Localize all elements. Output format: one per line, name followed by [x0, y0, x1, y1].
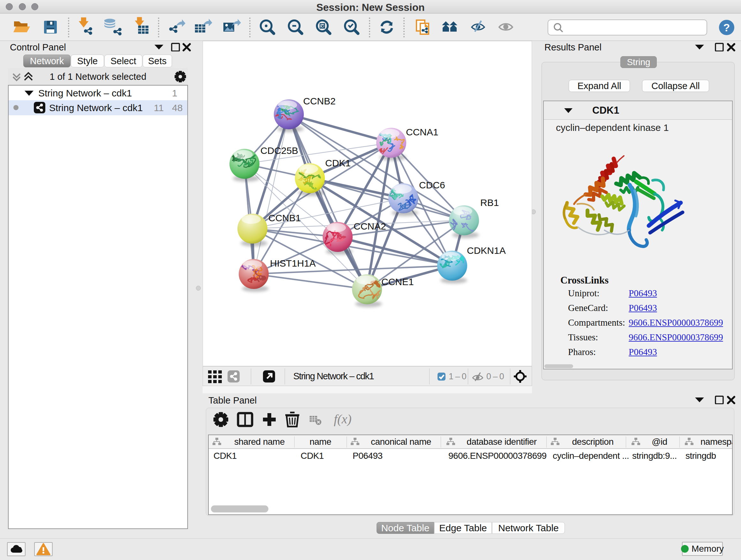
svg-text:CDK1: CDK1 — [325, 158, 351, 168]
svg-text:CCNA1: CCNA1 — [406, 127, 439, 137]
svg-text:CDC6: CDC6 — [419, 180, 445, 190]
svg-text:CCNA2: CCNA2 — [354, 221, 386, 232]
svg-text:?: ? — [724, 21, 730, 34]
svg-text:CCNE1: CCNE1 — [381, 276, 414, 287]
svg-text:f(x): f(x) — [334, 412, 352, 426]
svg-text:CDC25B: CDC25B — [260, 145, 298, 156]
svg-text:CDKN1A: CDKN1A — [467, 245, 506, 256]
svg-text:CCNB2: CCNB2 — [303, 96, 336, 106]
svg-text:RB1: RB1 — [480, 197, 499, 208]
svg-text:HIST1H1A: HIST1H1A — [270, 258, 316, 268]
svg-text:CCNB1: CCNB1 — [268, 212, 301, 223]
